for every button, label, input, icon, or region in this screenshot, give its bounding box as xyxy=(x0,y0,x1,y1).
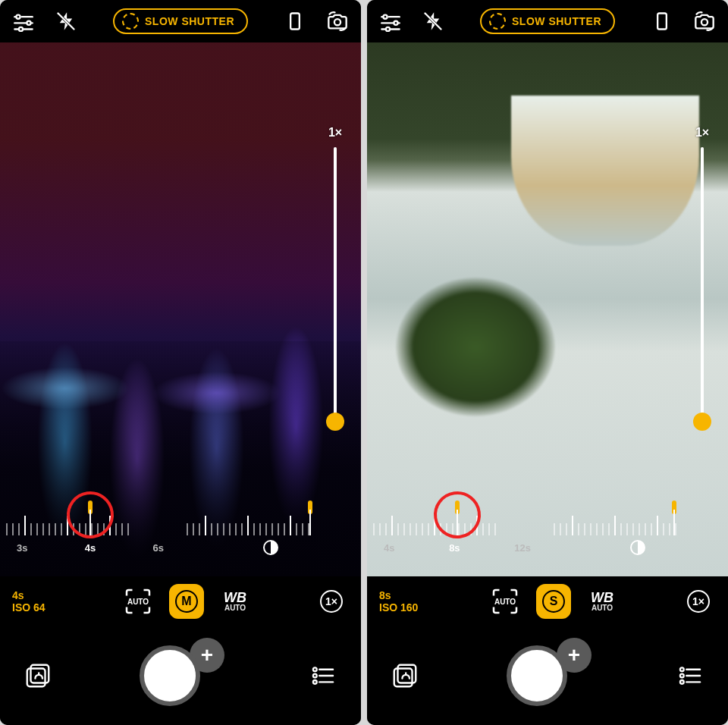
shutter-dial[interactable]: 3s 4s 6s xyxy=(0,485,180,563)
zoom-button-label: 1× xyxy=(687,590,710,613)
shutter-dial-values: 3s 4s 6s xyxy=(0,542,180,554)
svg-rect-12 xyxy=(290,14,300,30)
screenshot-right: SLOW SHUTTER 1× 4s xyxy=(367,0,728,725)
mode-pill[interactable]: SLOW SHUTTER xyxy=(480,8,615,34)
zoom-button[interactable]: 1× xyxy=(681,584,716,619)
last-settings-button[interactable] xyxy=(306,659,340,692)
svg-point-46 xyxy=(680,680,684,684)
wb-label: WB xyxy=(224,592,246,604)
svg-point-22 xyxy=(313,680,317,684)
svg-point-3 xyxy=(27,21,30,25)
mode-label: SLOW SHUTTER xyxy=(145,15,234,27)
zoom-slider[interactable]: 1× xyxy=(692,126,713,422)
zoom-track[interactable] xyxy=(701,147,704,422)
aperture-icon xyxy=(122,13,139,30)
svg-point-20 xyxy=(313,674,317,678)
svg-point-37 xyxy=(701,19,708,25)
gallery-button[interactable] xyxy=(21,659,55,692)
viewfinder[interactable]: 1× 3s 4s 6s xyxy=(0,42,361,576)
mode-pill[interactable]: SLOW SHUTTER xyxy=(113,8,248,34)
aperture-icon xyxy=(489,13,506,30)
exposure-readout[interactable]: 4s ISO 64 xyxy=(12,589,59,614)
shutter-main[interactable] xyxy=(140,645,200,706)
shutter-main[interactable] xyxy=(507,645,567,706)
controls-row: 4s ISO 64 AUTO M WBAUTO 1× xyxy=(0,576,361,626)
zoom-label: 1× xyxy=(695,126,709,140)
svg-text:AUTO: AUTO xyxy=(127,598,149,606)
focus-button[interactable]: AUTO xyxy=(121,584,155,619)
svg-point-42 xyxy=(680,667,684,671)
svg-point-13 xyxy=(334,19,340,25)
last-settings-button[interactable] xyxy=(673,659,707,692)
zoom-button-label: 1× xyxy=(320,590,343,613)
camera-switch-icon[interactable] xyxy=(692,8,717,34)
wb-sub: AUTO xyxy=(592,604,613,611)
dial-strip: 3s 4s 6s xyxy=(0,485,361,576)
white-balance-button[interactable]: WBAUTO xyxy=(218,584,253,619)
wb-sub: AUTO xyxy=(224,604,246,611)
settings-icon[interactable] xyxy=(378,8,403,34)
zoom-label: 1× xyxy=(328,126,342,140)
dial-strip: 4s 8s 12s xyxy=(367,485,728,576)
orientation-icon[interactable] xyxy=(649,8,675,34)
shutter-button[interactable]: + xyxy=(507,639,588,712)
shutter-row: + xyxy=(367,626,728,725)
shutter-row: + xyxy=(0,626,361,725)
flash-off-icon[interactable] xyxy=(420,8,446,34)
exposure-dial[interactable] xyxy=(180,485,361,563)
shutter-button[interactable]: + xyxy=(140,639,221,712)
exposure-readout[interactable]: 8s ISO 160 xyxy=(379,589,426,614)
svg-point-18 xyxy=(313,667,317,671)
focus-button[interactable]: AUTO xyxy=(488,584,522,619)
svg-point-27 xyxy=(394,21,397,25)
orientation-icon[interactable] xyxy=(282,8,308,34)
viewfinder[interactable]: 1× 4s 8s 12s xyxy=(367,42,728,576)
wb-label: WB xyxy=(591,592,613,604)
svg-text:AUTO: AUTO xyxy=(494,598,516,606)
zoom-track[interactable] xyxy=(334,147,337,422)
exposure-dial-ticks xyxy=(180,514,361,535)
mode-label: SLOW SHUTTER xyxy=(512,15,601,27)
mode-button-letter: M xyxy=(175,590,198,613)
shutter-dial-ticks xyxy=(0,514,180,535)
svg-rect-36 xyxy=(657,14,667,30)
exposure-icon xyxy=(262,538,280,557)
top-bar: SLOW SHUTTER xyxy=(0,0,361,42)
readout-shutter: 4s xyxy=(12,589,59,601)
zoom-knob[interactable] xyxy=(326,413,344,431)
exposure-icon xyxy=(629,538,647,557)
svg-point-30 xyxy=(386,27,390,31)
camera-switch-icon[interactable] xyxy=(325,8,350,34)
readout-shutter: 8s xyxy=(379,589,426,601)
zoom-button[interactable]: 1× xyxy=(314,584,349,619)
shutter-dial-values: 4s 8s 12s xyxy=(367,542,548,554)
shutter-dial-ticks xyxy=(367,514,548,535)
mode-button[interactable]: S xyxy=(536,584,571,619)
mode-button-letter: S xyxy=(542,590,565,613)
mode-button[interactable]: M xyxy=(169,584,204,619)
gallery-button[interactable] xyxy=(388,659,422,692)
controls-row: 8s ISO 160 AUTO S WBAUTO 1× xyxy=(367,576,728,626)
readout-iso: ISO 64 xyxy=(12,601,59,614)
white-balance-button[interactable]: WBAUTO xyxy=(585,584,620,619)
flash-off-icon[interactable] xyxy=(53,8,79,34)
exposure-dial-ticks xyxy=(548,514,728,535)
svg-point-24 xyxy=(383,15,387,19)
svg-point-0 xyxy=(16,15,20,19)
readout-iso: ISO 160 xyxy=(379,601,426,614)
svg-point-44 xyxy=(680,674,684,678)
zoom-knob[interactable] xyxy=(693,413,711,431)
svg-point-6 xyxy=(19,27,23,31)
top-bar: SLOW SHUTTER xyxy=(367,0,728,42)
settings-icon[interactable] xyxy=(11,8,36,34)
screenshot-left: SLOW SHUTTER 1× 3s xyxy=(0,0,361,725)
zoom-slider[interactable]: 1× xyxy=(325,126,346,422)
shutter-dial[interactable]: 4s 8s 12s xyxy=(367,485,548,563)
exposure-dial[interactable] xyxy=(548,485,728,563)
